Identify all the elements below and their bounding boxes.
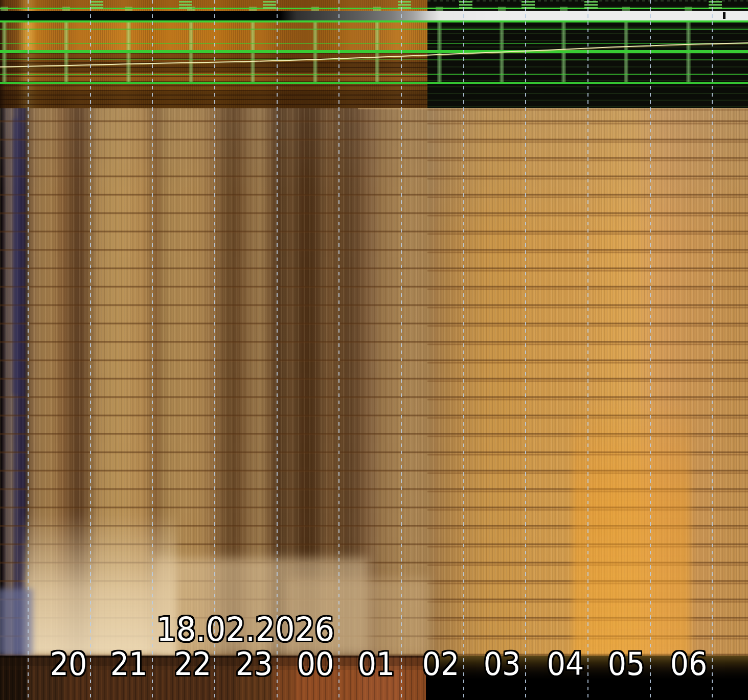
hour-gridline [277,0,278,700]
heatmap-top-edge-highlight [358,108,748,109]
spectrogram-screen: 18.02.2026 20 21 22 23 00 01 02 03 04 05… [0,0,748,700]
hour-gridline [587,0,588,700]
hour-gridline [712,0,713,700]
overlay-graph-panel [0,0,748,108]
hour-gridline [650,0,651,700]
heatmap-navy-streak [12,119,20,394]
hour-gridline [90,0,91,700]
heatmap-strip [0,108,748,656]
trend-line [0,0,748,108]
heatmap-orange-glow [573,394,690,656]
hour-gridline [28,0,29,700]
bottom-band-right [426,656,748,700]
bottom-band-left [0,656,426,700]
date-label: 18.02.2026 [156,613,334,646]
hour-gridline [525,0,526,700]
hour-gridline [463,0,464,700]
hour-gridline [152,0,153,700]
hour-gridline [401,0,402,700]
hour-gridline [338,0,339,700]
hour-gridline [214,0,215,700]
